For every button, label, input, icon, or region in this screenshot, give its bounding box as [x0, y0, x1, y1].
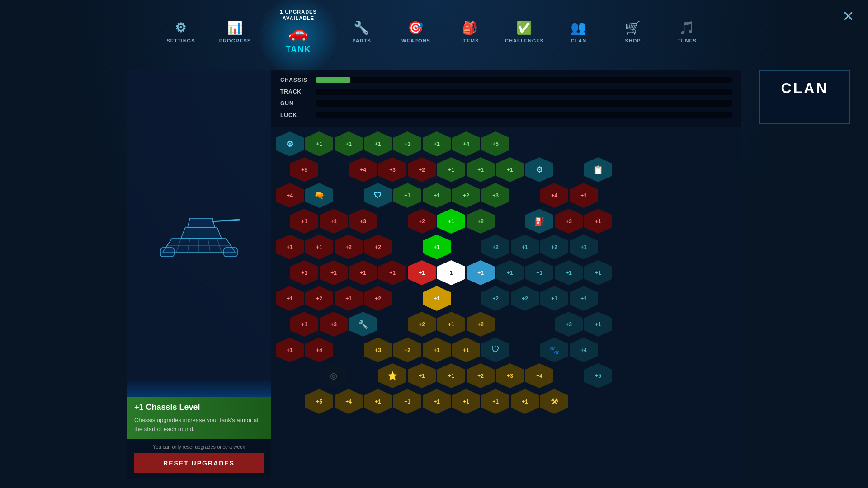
- hex-cell-2-10[interactable]: +1: [570, 183, 598, 208]
- hex-grid-container[interactable]: ⚙+1+1+1+1+1+4+5+5+4+3+2+1+1+1⚙📋+4🔫🛡+1+1+…: [271, 127, 741, 479]
- hex-cell-9-7[interactable]: +3: [496, 363, 524, 388]
- hex-cell-3-10[interactable]: +1: [584, 209, 612, 234]
- hex-cell-8-7[interactable]: 🛡: [481, 338, 509, 362]
- hex-cell-0-2[interactable]: +1: [335, 131, 363, 156]
- hex-cell-6-3[interactable]: +2: [364, 286, 392, 311]
- hex-cell-9-10[interactable]: +5: [584, 363, 612, 388]
- hex-cell-8-6[interactable]: +1: [452, 338, 480, 362]
- nav-items[interactable]: 🎒 ITEMS: [443, 5, 497, 59]
- hex-cell-6-2[interactable]: +1: [335, 286, 363, 311]
- hex-cell-4-7[interactable]: +2: [481, 235, 509, 259]
- hex-cell-2-6[interactable]: +2: [452, 183, 480, 208]
- reset-upgrades-button[interactable]: RESET UPGRADES: [134, 453, 264, 473]
- hex-cell-4-8[interactable]: +1: [511, 235, 539, 259]
- hex-cell-0-7[interactable]: +5: [481, 131, 509, 156]
- hex-cell-5-0[interactable]: +1: [290, 260, 318, 285]
- hex-cell-3-6[interactable]: +2: [467, 209, 495, 234]
- nav-challenges[interactable]: ✅ CHALLENGES: [497, 5, 552, 59]
- hex-cell-6-8[interactable]: +2: [511, 286, 539, 311]
- hex-cell-7-5[interactable]: +1: [437, 312, 465, 337]
- hex-cell-10-9[interactable]: ⚒: [540, 389, 568, 414]
- hex-cell-2-5[interactable]: +1: [423, 183, 451, 208]
- hex-cell-3-1[interactable]: +1: [320, 209, 348, 234]
- hex-cell-5-4[interactable]: +1: [408, 260, 436, 285]
- hex-cell-0-5[interactable]: +1: [423, 131, 451, 156]
- hex-cell-3-0[interactable]: +1: [290, 209, 318, 234]
- hex-cell-1-8[interactable]: ⚙: [525, 157, 553, 182]
- hex-cell-9-3[interactable]: ⭐: [378, 363, 406, 388]
- hex-cell-4-1[interactable]: +1: [305, 235, 333, 259]
- hex-cell-7-0[interactable]: +1: [290, 312, 318, 337]
- hex-cell-5-1[interactable]: +1: [320, 260, 348, 285]
- hex-cell-5-5[interactable]: 1: [437, 260, 465, 285]
- hex-cell-5-9[interactable]: +1: [555, 260, 583, 285]
- hex-cell-5-10[interactable]: +1: [584, 260, 612, 285]
- hex-cell-10-4[interactable]: +1: [393, 389, 421, 414]
- hex-cell-2-1[interactable]: 🔫: [305, 183, 333, 208]
- hex-cell-7-1[interactable]: +3: [320, 312, 348, 337]
- nav-weapons[interactable]: 🎯 WEAPONS: [389, 5, 443, 59]
- hex-cell-8-3[interactable]: +3: [364, 338, 392, 362]
- hex-cell-5-8[interactable]: +1: [525, 260, 553, 285]
- hex-cell-1-2[interactable]: +4: [349, 157, 377, 182]
- nav-tunes[interactable]: 🎵 TUNES: [660, 5, 714, 59]
- hex-cell-3-4[interactable]: +2: [408, 209, 436, 234]
- hex-cell-7-2[interactable]: 🔧: [349, 312, 377, 337]
- hex-cell-1-3[interactable]: +3: [378, 157, 406, 182]
- hex-cell-5-6[interactable]: +1: [467, 260, 495, 285]
- hex-cell-6-0[interactable]: +1: [276, 286, 304, 311]
- hex-cell-9-5[interactable]: +1: [437, 363, 465, 388]
- hex-cell-2-4[interactable]: +1: [393, 183, 421, 208]
- hex-cell-3-5[interactable]: +1: [437, 209, 465, 234]
- hex-cell-0-3[interactable]: +1: [364, 131, 392, 156]
- hex-cell-9-4[interactable]: +1: [408, 363, 436, 388]
- hex-cell-5-3[interactable]: +1: [378, 260, 406, 285]
- nav-clan[interactable]: 👥 CLAN: [552, 5, 606, 59]
- hex-cell-6-9[interactable]: +1: [540, 286, 568, 311]
- hex-cell-1-5[interactable]: +1: [437, 157, 465, 182]
- hex-cell-3-2[interactable]: +3: [349, 209, 377, 234]
- hex-cell-2-9[interactable]: +4: [540, 183, 568, 208]
- hex-cell-9-1[interactable]: ◎: [320, 363, 348, 388]
- hex-cell-0-0[interactable]: ⚙: [276, 131, 304, 156]
- nav-tank[interactable]: 1 UPGRADESAVAILABLE 🚗 TANK: [262, 0, 335, 63]
- hex-cell-8-5[interactable]: +1: [423, 338, 451, 362]
- hex-cell-4-10[interactable]: +1: [570, 235, 598, 259]
- hex-cell-10-1[interactable]: +5: [305, 389, 333, 414]
- hex-cell-7-9[interactable]: +3: [555, 312, 583, 337]
- hex-cell-5-2[interactable]: +1: [349, 260, 377, 285]
- hex-cell-10-6[interactable]: +1: [452, 389, 480, 414]
- hex-cell-3-8[interactable]: ⛽: [525, 209, 553, 234]
- close-button[interactable]: ✕: [842, 9, 854, 23]
- hex-cell-1-10[interactable]: 📋: [584, 157, 612, 182]
- nav-shop[interactable]: 🛒 SHOP: [606, 5, 660, 59]
- hex-cell-4-2[interactable]: +2: [335, 235, 363, 259]
- hex-cell-1-4[interactable]: +2: [408, 157, 436, 182]
- hex-cell-4-0[interactable]: +1: [276, 235, 304, 259]
- hex-cell-10-3[interactable]: +1: [364, 389, 392, 414]
- hex-cell-9-6[interactable]: +2: [467, 363, 495, 388]
- hex-cell-0-4[interactable]: +1: [393, 131, 421, 156]
- hex-cell-0-6[interactable]: +4: [452, 131, 480, 156]
- hex-cell-2-7[interactable]: +3: [481, 183, 509, 208]
- nav-settings[interactable]: ⚙ SETTINGS: [154, 5, 208, 59]
- hex-cell-10-5[interactable]: +1: [423, 389, 451, 414]
- hex-cell-2-0[interactable]: +4: [276, 183, 304, 208]
- hex-cell-6-7[interactable]: +2: [481, 286, 509, 311]
- hex-cell-8-4[interactable]: +2: [393, 338, 421, 362]
- nav-progress[interactable]: 📊 PROGRESS: [208, 5, 262, 59]
- hex-cell-8-10[interactable]: +4: [570, 338, 598, 362]
- nav-parts[interactable]: 🔧 PARTS: [335, 5, 389, 59]
- hex-cell-6-1[interactable]: +2: [305, 286, 333, 311]
- hex-cell-8-1[interactable]: +4: [305, 338, 333, 362]
- hex-cell-4-3[interactable]: +2: [364, 235, 392, 259]
- hex-cell-10-2[interactable]: +4: [335, 389, 363, 414]
- hex-cell-3-9[interactable]: +3: [555, 209, 583, 234]
- hex-cell-2-3[interactable]: 🛡: [364, 183, 392, 208]
- hex-cell-1-6[interactable]: +1: [467, 157, 495, 182]
- hex-cell-6-5[interactable]: +1: [423, 286, 451, 311]
- hex-cell-7-10[interactable]: +1: [584, 312, 612, 337]
- hex-cell-1-7[interactable]: +1: [496, 157, 524, 182]
- hex-cell-8-0[interactable]: +1: [276, 338, 304, 362]
- hex-cell-4-5[interactable]: +1: [423, 235, 451, 259]
